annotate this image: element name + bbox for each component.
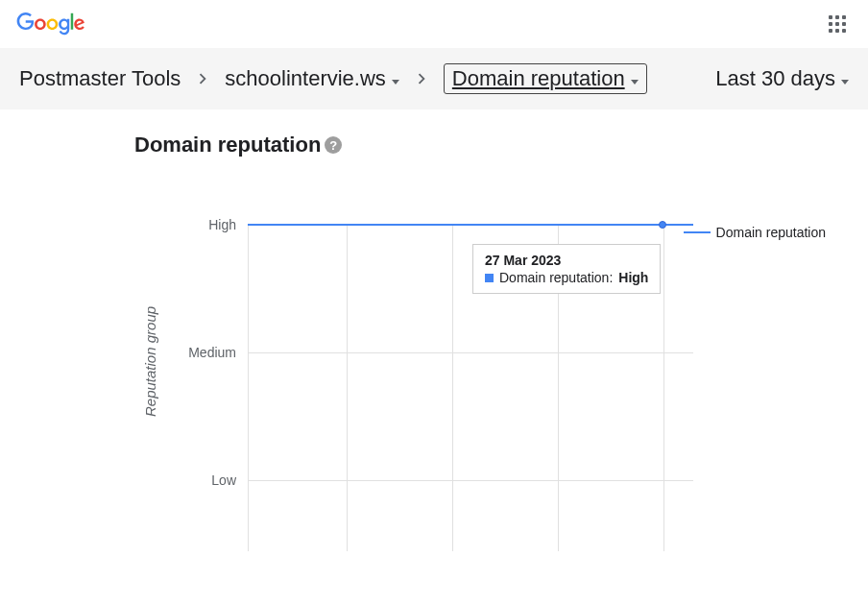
- chevron-right-icon: [192, 68, 213, 89]
- gridline: [452, 225, 453, 551]
- y-tick-low: Low: [211, 472, 236, 488]
- chevron-right-icon: [411, 68, 432, 89]
- data-point[interactable]: [659, 221, 666, 229]
- y-tick-medium: Medium: [188, 345, 236, 360]
- legend-label: Domain reputation: [716, 225, 826, 240]
- date-range-selector[interactable]: Last 30 days: [715, 66, 849, 91]
- y-tick-high: High: [208, 217, 236, 232]
- gridline: [663, 225, 664, 551]
- tooltip-swatch-icon: [485, 274, 494, 282]
- series-line: [248, 224, 693, 226]
- breadcrumb: Postmaster Tools schoolintervie.ws Domai…: [19, 63, 647, 94]
- breadcrumb-domain[interactable]: schoolintervie.ws: [225, 66, 399, 91]
- breadcrumb-section[interactable]: Domain reputation: [444, 63, 647, 94]
- y-axis-title: Reputation group: [142, 306, 158, 417]
- page-title: Domain reputation: [134, 133, 321, 157]
- caret-down-icon: [392, 80, 399, 85]
- google-logo[interactable]: [15, 12, 86, 36]
- tooltip-value: High: [618, 270, 648, 285]
- help-icon[interactable]: ?: [325, 136, 342, 154]
- gridline: [248, 225, 249, 551]
- chart-legend: Domain reputation: [684, 225, 826, 240]
- chart-tooltip: 27 Mar 2023 Domain reputation: High: [472, 244, 661, 294]
- caret-down-icon: [631, 80, 639, 85]
- top-bar: [0, 0, 868, 48]
- gridline: [248, 352, 693, 353]
- chart-plot-area[interactable]: Reputation group High Medium Low 27 Mar …: [248, 225, 693, 551]
- caret-down-icon: [841, 80, 849, 85]
- gridline: [347, 225, 348, 551]
- tooltip-date: 27 Mar 2023: [485, 253, 648, 268]
- main-content: Domain reputation ? Domain reputation Re…: [0, 109, 868, 551]
- gridline: [248, 480, 693, 481]
- reputation-chart: Domain reputation Reputation group High …: [134, 225, 868, 551]
- google-apps-icon[interactable]: [818, 5, 856, 43]
- tooltip-metric-label: Domain reputation:: [499, 270, 613, 285]
- breadcrumb-root[interactable]: Postmaster Tools: [19, 66, 181, 91]
- breadcrumb-bar: Postmaster Tools schoolintervie.ws Domai…: [0, 48, 868, 109]
